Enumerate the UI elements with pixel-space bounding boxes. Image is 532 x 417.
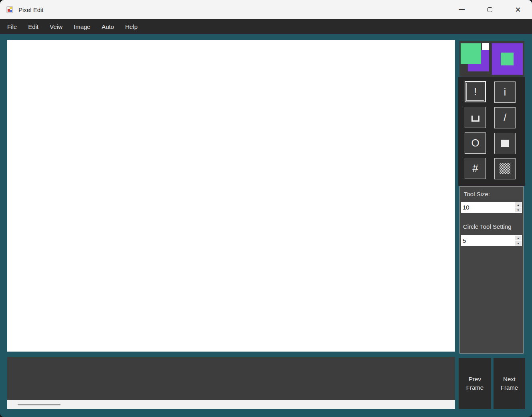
square-tool-button[interactable]: [494, 133, 516, 154]
next-frame-button[interactable]: Next Frame: [494, 358, 525, 409]
tool-settings-panel: Tool Size: ▲ ▼ Circle Tool Setting ▲ ▼: [459, 186, 524, 354]
circle-tool-down-button[interactable]: ▼: [515, 241, 522, 246]
tool-panel: ! i / O #: [458, 77, 525, 186]
menu-edit[interactable]: Edit: [22, 20, 44, 33]
circle-tool-button[interactable]: O: [465, 132, 486, 154]
filled-square-icon: [501, 140, 509, 147]
line-tool-button[interactable]: /: [494, 107, 516, 128]
scrollbar-thumb[interactable]: [18, 404, 61, 405]
color-preview-foreground: [501, 53, 514, 65]
hash-icon: #: [472, 162, 478, 175]
menubar: File Edit Veiw Image Auto Help: [0, 19, 532, 34]
circle-tool-up-button[interactable]: ▲: [515, 236, 522, 240]
tool-size-label: Tool Size:: [464, 191, 490, 197]
frame-strip-panel: [7, 357, 455, 400]
circle-tool-numeric: ▲ ▼: [461, 235, 522, 246]
titlebar: Pixel Edit — ×: [0, 0, 532, 19]
circle-icon: O: [471, 137, 479, 149]
prev-frame-button[interactable]: Prev Frame: [459, 358, 491, 409]
foreground-color-swatch[interactable]: [461, 43, 481, 64]
tool-size-spinner: ▲ ▼: [515, 202, 522, 212]
horizontal-scrollbar[interactable]: [7, 400, 455, 409]
window-title: Pixel Edit: [18, 6, 44, 13]
cup-tool-button[interactable]: [465, 107, 486, 128]
maximize-button[interactable]: [476, 0, 504, 19]
slash-icon: /: [504, 112, 506, 124]
menu-veiw[interactable]: Veiw: [44, 20, 68, 33]
i-tool-button[interactable]: i: [494, 81, 516, 103]
square-cup-icon: [471, 116, 479, 122]
window-controls: — ×: [448, 0, 532, 19]
tool-size-down-button[interactable]: ▼: [515, 207, 522, 212]
tool-size-numeric: ▲ ▼: [461, 202, 522, 213]
menu-file[interactable]: File: [2, 20, 22, 33]
tool-size-input[interactable]: [461, 202, 515, 212]
close-icon: ×: [515, 4, 521, 15]
grid-tool-button[interactable]: #: [465, 158, 486, 179]
i-icon: i: [504, 86, 506, 98]
close-button[interactable]: ×: [504, 0, 532, 19]
circle-tool-setting-label: Circle Tool Setting: [463, 223, 512, 230]
minimize-button[interactable]: —: [448, 0, 476, 19]
maximize-icon: [487, 7, 492, 12]
dither-pattern-icon: [500, 163, 510, 174]
exclamation-tool-button[interactable]: !: [465, 81, 486, 102]
swatch-marker: [482, 43, 489, 50]
exclamation-icon: !: [474, 85, 477, 98]
menu-image[interactable]: Image: [68, 20, 96, 33]
circle-tool-spinner: ▲ ▼: [515, 236, 522, 246]
app-icon: [6, 6, 14, 14]
drawing-canvas[interactable]: [7, 40, 455, 352]
color-swatch-panel: [459, 41, 524, 77]
minimize-icon: —: [459, 6, 465, 12]
tool-size-up-button[interactable]: ▲: [515, 202, 522, 207]
dither-tool-button[interactable]: [494, 158, 516, 179]
menu-help[interactable]: Help: [119, 20, 143, 33]
circle-tool-input[interactable]: [461, 236, 515, 246]
app-window: Pixel Edit — × File Edit Veiw Image Auto…: [0, 0, 532, 417]
menu-auto[interactable]: Auto: [96, 20, 119, 33]
